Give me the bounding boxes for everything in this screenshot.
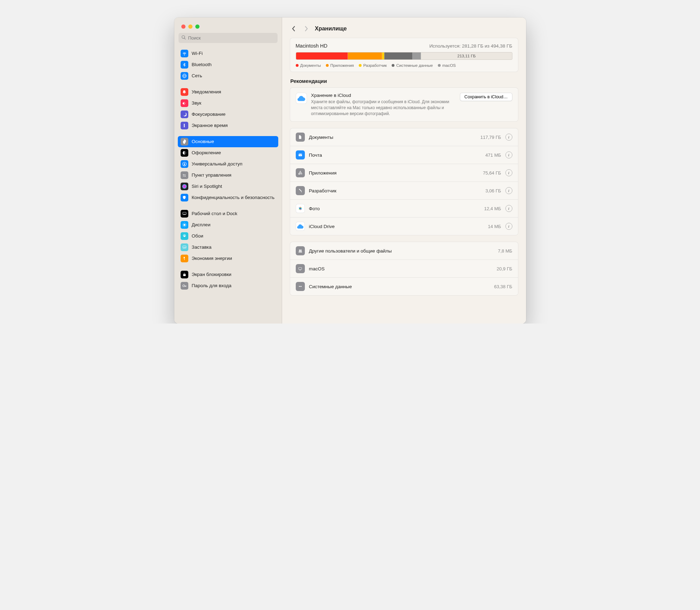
legend-label: Разработчик bbox=[363, 63, 387, 68]
sidebar-item-bluetooth[interactable]: Bluetooth bbox=[178, 59, 278, 70]
sidebar-item-screentime[interactable]: Экранное время bbox=[178, 120, 278, 131]
svg-point-34 bbox=[299, 249, 300, 251]
sidebar-item-dock[interactable]: Рабочий стол и Dock bbox=[178, 208, 278, 219]
sidebar-item-controlcenter[interactable]: Пункт управления bbox=[178, 170, 278, 181]
traffic-lights bbox=[174, 17, 282, 33]
page-title: Хранилище bbox=[315, 26, 347, 32]
gear-icon bbox=[181, 138, 188, 146]
screensaver-icon bbox=[181, 243, 188, 251]
svg-rect-29 bbox=[299, 173, 300, 175]
users-icon bbox=[296, 246, 305, 255]
sidebar-item-bell[interactable]: Уведомления bbox=[178, 86, 278, 98]
recommendations-heading: Рекомендации bbox=[290, 78, 518, 84]
info-button[interactable]: i bbox=[505, 205, 512, 212]
sidebar-item-label: Рабочий стол и Dock bbox=[192, 211, 275, 217]
password-icon bbox=[181, 282, 188, 290]
sidebar-item-energy[interactable]: Экономия энергии bbox=[178, 253, 278, 264]
info-button[interactable]: i bbox=[505, 151, 512, 158]
doc-icon bbox=[296, 133, 305, 142]
header: Хранилище bbox=[282, 17, 526, 38]
nav-back-button[interactable] bbox=[290, 24, 298, 34]
sidebar-item-label: Экран блокировки bbox=[192, 272, 275, 277]
sidebar-item-focus[interactable]: Фокусирование bbox=[178, 109, 278, 120]
sidebar-item-label: Конфиденциальность и безопасность bbox=[192, 195, 275, 200]
wifi-icon bbox=[181, 50, 188, 57]
sidebar-item-wallpaper[interactable]: Обои bbox=[178, 230, 278, 242]
info-button[interactable]: i bbox=[505, 187, 512, 194]
bluetooth-icon bbox=[181, 61, 188, 69]
info-button[interactable]: i bbox=[505, 223, 512, 230]
search-field[interactable] bbox=[178, 33, 278, 43]
privacy-icon bbox=[181, 194, 188, 201]
category-size: 471 МБ bbox=[485, 152, 501, 158]
sidebar-item-password[interactable]: Пароль для входа bbox=[178, 280, 278, 291]
svg-line-21 bbox=[185, 224, 186, 224]
category-size: 63,38 ГБ bbox=[494, 284, 512, 289]
categories-panel-bottom: Другие пользователи и общие файлы7,8 МБm… bbox=[290, 242, 518, 296]
sidebar-item-privacy[interactable]: Конфиденциальность и безопасность bbox=[178, 192, 278, 203]
categories-panel-top: Документы117,79 ГБiПочта471 МБiПриложени… bbox=[290, 128, 518, 235]
sidebar-item-label: Сеть bbox=[192, 73, 275, 79]
icloud-icon bbox=[296, 222, 305, 231]
legend-dot-icon bbox=[326, 64, 329, 67]
sidebar-item-screensaver[interactable]: Заставка bbox=[178, 242, 278, 253]
sidebar-item-label: Siri и Spotlight bbox=[192, 184, 275, 189]
sidebar-item-gear[interactable]: Основные bbox=[178, 136, 278, 147]
category-row[interactable]: Фото12,4 МБi bbox=[290, 200, 518, 218]
category-row: ···Системные данные63,38 ГБ bbox=[290, 278, 518, 295]
sidebar-item-sound[interactable]: Звук bbox=[178, 98, 278, 109]
sidebar-item-wifi[interactable]: Wi-Fi bbox=[178, 48, 278, 59]
storage-segment bbox=[296, 52, 348, 59]
maximize-window-button[interactable] bbox=[195, 24, 200, 29]
sidebar-item-appearance[interactable]: Оформление bbox=[178, 147, 278, 158]
recommendation-description: Храните все файлы, фотографии и сообщени… bbox=[311, 99, 456, 116]
sidebar-item-network[interactable]: Сеть bbox=[178, 70, 278, 81]
category-row[interactable]: Документы117,79 ГБi bbox=[290, 128, 518, 146]
svg-rect-7 bbox=[184, 174, 186, 175]
store-in-icloud-button[interactable]: Сохранить в iCloud… bbox=[460, 93, 512, 101]
sidebar-item-label: Оформление bbox=[192, 150, 275, 156]
sidebar-list: Wi-FiBluetoothСетьУведомленияЗвукФокусир… bbox=[174, 47, 282, 295]
dev-icon bbox=[296, 186, 305, 195]
search-input[interactable] bbox=[188, 35, 275, 41]
appearance-icon bbox=[181, 149, 188, 157]
category-row[interactable]: iCloud Drive14 МБi bbox=[290, 218, 518, 235]
svg-point-24 bbox=[183, 247, 184, 247]
siri-icon bbox=[181, 183, 188, 190]
legend-dot-icon bbox=[296, 64, 299, 67]
legend-item: Приложения bbox=[326, 63, 354, 68]
sidebar-item-lockscreen[interactable]: Экран блокировки bbox=[178, 269, 278, 280]
category-size: 7,8 МБ bbox=[498, 248, 512, 254]
minimize-window-button[interactable] bbox=[188, 24, 192, 29]
bell-icon bbox=[181, 88, 188, 96]
sidebar: Wi-FiBluetoothСетьУведомленияЗвукФокусир… bbox=[174, 17, 282, 324]
nav-forward-button[interactable] bbox=[302, 24, 310, 34]
dock-icon bbox=[181, 210, 188, 218]
category-row[interactable]: Приложения75,64 ГБi bbox=[290, 164, 518, 182]
network-icon bbox=[181, 72, 188, 80]
legend-item: Разработчик bbox=[359, 63, 387, 68]
close-window-button[interactable] bbox=[181, 24, 186, 29]
sidebar-item-label: Пароль для входа bbox=[192, 283, 275, 289]
legend-label: macOS bbox=[442, 63, 456, 68]
sidebar-item-displays[interactable]: Дисплеи bbox=[178, 219, 278, 230]
sidebar-item-label: Заставка bbox=[192, 244, 275, 250]
legend-label: Приложения bbox=[330, 63, 354, 68]
info-button[interactable]: i bbox=[505, 169, 512, 176]
category-row[interactable]: Разработчик3,06 ГБi bbox=[290, 182, 518, 200]
sidebar-item-label: Дисплеи bbox=[192, 222, 275, 228]
sidebar-item-siri[interactable]: Siri и Spotlight bbox=[178, 181, 278, 192]
accessibility-icon bbox=[181, 160, 188, 168]
legend-dot-icon bbox=[359, 64, 362, 67]
recommendation-panel: Хранение в iCloud Храните все файлы, фот… bbox=[290, 87, 518, 122]
legend-dot-icon bbox=[392, 64, 394, 67]
svg-rect-23 bbox=[183, 246, 186, 248]
category-row[interactable]: Почта471 МБi bbox=[290, 146, 518, 164]
category-label: Системные данные bbox=[309, 284, 490, 289]
lockscreen-icon bbox=[181, 271, 188, 278]
info-button[interactable]: i bbox=[505, 134, 512, 141]
macos-icon bbox=[296, 264, 305, 273]
sidebar-item-accessibility[interactable]: Универсальный доступ bbox=[178, 158, 278, 170]
sidebar-item-label: Обои bbox=[192, 233, 275, 239]
svg-point-35 bbox=[300, 249, 302, 251]
